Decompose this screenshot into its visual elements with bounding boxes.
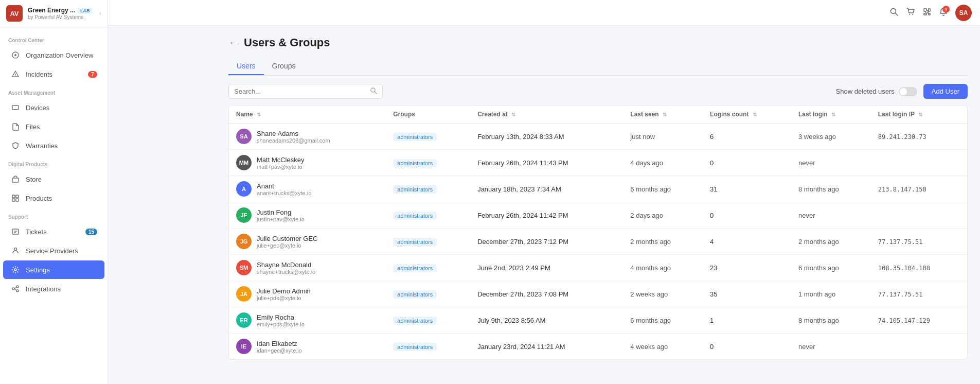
svg-rect-8 — [16, 195, 19, 198]
table-row[interactable]: A Anant anant+trucks@xyte.io administrat… — [229, 176, 967, 202]
show-deleted-toggle[interactable] — [899, 87, 917, 96]
group-badge-5: administrators — [393, 264, 437, 272]
sidebar-item-devices[interactable]: Devices — [3, 98, 104, 117]
svg-line-22 — [895, 13, 898, 15]
col-last-login[interactable]: Last login ⇅ — [791, 106, 871, 124]
tab-groups[interactable]: Groups — [264, 58, 304, 75]
cell-group-8: administrators — [386, 334, 470, 360]
table-row[interactable]: MM Matt McCleskey matt+pav@xyte.io admin… — [229, 150, 967, 176]
user-name-8: Idan Elkabetz — [257, 340, 302, 347]
table-row[interactable]: IE Idan Elkabetz idan+gec@xyte.io admini… — [229, 334, 967, 360]
sort-last-login-icon: ⇅ — [831, 112, 835, 117]
sidebar-item-warranties[interactable]: Warranties — [3, 136, 104, 155]
add-user-button[interactable]: Add User — [923, 84, 968, 99]
sidebar-item-label-warranties: Warranties — [26, 142, 97, 150]
sidebar-item-org-overview[interactable]: Organization Overview — [3, 46, 104, 64]
user-email-5: shayne+trucks@xyte.io — [257, 269, 315, 275]
sidebar-item-tickets[interactable]: Tickets 15 — [3, 222, 104, 241]
tickets-badge: 15 — [85, 229, 97, 235]
table-row[interactable]: JF Justin Fong justin+pav@xyte.io admini… — [229, 202, 967, 229]
col-last-login-ip[interactable]: Last login IP ⇅ — [871, 106, 967, 124]
cell-last-seen-0: just now — [623, 124, 703, 150]
back-arrow-icon[interactable]: ← — [228, 38, 238, 48]
group-badge-6: administrators — [393, 290, 437, 299]
cell-group-6: administrators — [386, 281, 470, 307]
warranties-icon — [10, 141, 21, 151]
sidebar-expand-icon[interactable]: › — [99, 10, 101, 17]
user-avatar[interactable]: SA — [955, 5, 972, 21]
table-row[interactable]: JG Julie Customer GEC julie+gec@xyte.io … — [229, 229, 967, 255]
store-icon — [10, 174, 21, 184]
svg-rect-10 — [16, 199, 19, 201]
user-email-3: justin+pav@xyte.io — [257, 216, 305, 222]
cell-last-login-4: 2 months ago — [791, 229, 871, 255]
svg-line-20 — [14, 289, 16, 290]
cell-group-1: administrators — [386, 150, 470, 176]
user-info-0: Shane Adams shaneadams208@gmail.com — [257, 130, 330, 144]
service-icon — [10, 246, 21, 256]
table-row[interactable]: JA Julie Demo Admin julie+pds@xyte.io ad… — [229, 281, 967, 307]
col-created-at[interactable]: Created at ⇅ — [470, 106, 623, 124]
svg-rect-7 — [12, 195, 15, 198]
col-name[interactable]: Name ⇅ — [229, 106, 386, 124]
sidebar-item-service-providers[interactable]: Service Providers — [3, 241, 104, 260]
svg-point-15 — [14, 269, 16, 271]
cell-logins-2: 31 — [703, 176, 791, 202]
users-table: Name ⇅ Groups Created at ⇅ Last seen ⇅ L… — [229, 106, 967, 359]
search-topbar-icon[interactable] — [889, 7, 899, 19]
org-icon — [10, 50, 21, 60]
svg-point-1 — [14, 54, 16, 56]
show-deleted-label: Show deleted users — [836, 88, 895, 95]
search-box[interactable] — [228, 84, 383, 99]
sidebar-item-settings[interactable]: Settings — [3, 260, 104, 279]
sidebar-item-label-incidents: Incidents — [26, 71, 88, 78]
search-input[interactable] — [234, 88, 370, 95]
svg-rect-11 — [12, 229, 19, 234]
cell-last-login-7: 8 months ago — [791, 307, 871, 334]
cell-name-1: MM Matt McCleskey matt+pav@xyte.io — [229, 150, 386, 176]
user-name-4: Julie Customer GEC — [257, 235, 317, 242]
cart-icon[interactable] — [906, 7, 915, 19]
cell-created-0: February 13th, 2024 8:33 AM — [470, 124, 623, 150]
incidents-badge: 7 — [88, 71, 97, 78]
tabs-bar: Users Groups — [228, 58, 968, 76]
notifications-icon[interactable]: 1 — [939, 7, 948, 19]
sidebar-item-files[interactable]: Files — [3, 117, 104, 136]
cell-ip-4: 77.137.75.51 — [871, 229, 967, 255]
toolbar-right: Show deleted users Add User — [836, 84, 968, 99]
sort-name-icon: ⇅ — [257, 112, 261, 117]
tab-users[interactable]: Users — [228, 58, 264, 75]
sidebar-item-label-integrations: Integrations — [26, 285, 97, 293]
cell-ip-1 — [871, 150, 967, 176]
sidebar-item-integrations[interactable]: Integrations — [3, 280, 104, 298]
incidents-icon — [10, 69, 21, 79]
sidebar-item-label-store: Store — [26, 176, 97, 183]
sidebar-item-products[interactable]: Products — [3, 189, 104, 207]
user-avatar-3: JF — [236, 207, 252, 223]
cell-logins-6: 35 — [703, 281, 791, 307]
cell-name-5: SM Shayne McDonald shayne+trucks@xyte.io — [229, 255, 386, 281]
app-subtitle: by Powerful AV Systems — [28, 14, 93, 20]
cell-ip-5: 108.35.104.108 — [871, 255, 967, 281]
user-avatar-4: JG — [236, 234, 252, 249]
user-avatar-6: JA — [236, 286, 252, 302]
notification-badge: 1 — [942, 6, 950, 13]
cell-created-7: July 9th, 2023 8:56 AM — [470, 307, 623, 334]
sidebar-item-store[interactable]: Store — [3, 170, 104, 188]
sidebar-item-incidents[interactable]: Incidents 7 — [3, 65, 104, 83]
cell-created-1: February 26th, 2024 11:43 PM — [470, 150, 623, 176]
col-last-seen[interactable]: Last seen ⇅ — [623, 106, 703, 124]
col-logins-count[interactable]: Logins count ⇅ — [703, 106, 791, 124]
group-badge-3: administrators — [393, 212, 437, 220]
table-row[interactable]: SM Shayne McDonald shayne+trucks@xyte.io… — [229, 255, 967, 281]
table-row[interactable]: ER Emily Rocha emily+pds@xyte.io adminis… — [229, 307, 967, 334]
svg-point-14 — [14, 248, 17, 251]
cell-group-2: administrators — [386, 176, 470, 202]
cell-last-seen-3: 2 days ago — [623, 202, 703, 229]
table-row[interactable]: SA Shane Adams shaneadams208@gmail.com a… — [229, 124, 967, 150]
puzzle-icon[interactable] — [922, 7, 932, 19]
toggle-knob — [900, 88, 907, 95]
col-groups[interactable]: Groups — [386, 106, 470, 124]
sidebar-header: AV Green Energy ... LAB by Powerful AV S… — [0, 0, 108, 27]
page-header: ← Users & Groups — [228, 36, 968, 49]
